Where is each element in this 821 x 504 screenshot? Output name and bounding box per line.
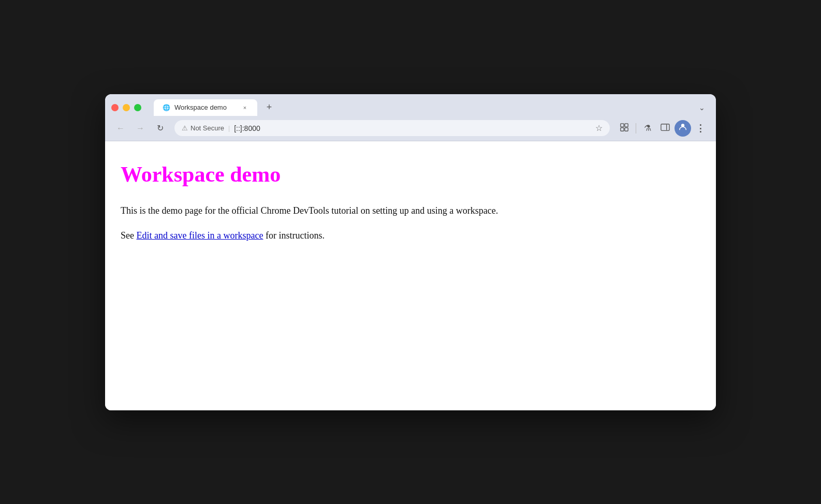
paragraph-1: This is the demo page for the official C… [121,203,700,218]
minimize-traffic-light[interactable] [123,104,130,111]
address-bar[interactable]: ⚠ Not Secure | [::]:8000 ☆ [174,120,610,136]
svg-rect-1 [625,123,628,126]
title-bar: 🌐 Workspace demo × + ⌄ ← → ↻ ⚠ [105,94,716,141]
paragraph-2: See Edit and save files in a workspace f… [121,228,700,243]
reload-button[interactable]: ↻ [152,120,168,137]
profile-icon [678,122,687,134]
tab-favicon-icon: 🌐 [162,103,170,112]
lab-button[interactable]: ⚗ [639,120,656,137]
back-button[interactable]: ← [112,120,129,137]
forward-button[interactable]: → [132,120,149,137]
active-tab[interactable]: 🌐 Workspace demo × [154,99,257,116]
svg-rect-4 [661,124,669,130]
url-text: [::]:8000 [234,124,591,132]
svg-rect-0 [621,123,624,126]
browser-window: 🌐 Workspace demo × + ⌄ ← → ↻ ⚠ [105,94,716,410]
page-content: Workspace demo This is the demo page for… [105,141,716,410]
bookmark-star-icon[interactable]: ☆ [595,123,603,133]
maximize-traffic-light[interactable] [134,104,141,111]
flask-icon: ⚗ [644,123,651,133]
paragraph-2-after: for instructions. [263,230,325,241]
reload-icon: ↻ [157,123,164,133]
svg-rect-3 [625,127,628,130]
tab-title: Workspace demo [174,103,237,111]
profile-button[interactable] [675,120,691,137]
sidebar-icon [661,123,670,134]
svg-rect-2 [621,127,624,130]
security-warning: ⚠ Not Secure [182,124,224,132]
paragraph-2-before: See [121,230,137,241]
page-heading: Workspace demo [121,162,700,187]
back-icon: ← [116,124,125,133]
navigation-bar: ← → ↻ ⚠ Not Secure | [::]:8000 ☆ [105,116,716,141]
workspace-link[interactable]: Edit and save files in a workspace [137,230,263,241]
extensions-icon [620,123,629,134]
tab-strip: 🌐 Workspace demo × + ⌄ [105,94,716,116]
tab-close-button[interactable]: × [241,103,249,112]
warning-icon: ⚠ [182,124,188,132]
url-separator: | [228,125,230,132]
security-label: Not Secure [190,124,224,132]
more-icon: ⋮ [696,123,706,134]
forward-icon: → [136,124,144,133]
tab-dropdown-button[interactable]: ⌄ [694,100,710,115]
nav-tools: ⚗ [616,120,709,137]
extensions-button[interactable] [616,120,633,137]
close-traffic-light[interactable] [111,104,119,111]
sidebar-button[interactable] [657,120,673,137]
more-options-button[interactable]: ⋮ [692,120,709,137]
page-body: This is the demo page for the official C… [121,203,700,244]
tool-separator [636,123,636,134]
traffic-lights [111,104,141,111]
new-tab-button[interactable]: + [261,100,277,115]
